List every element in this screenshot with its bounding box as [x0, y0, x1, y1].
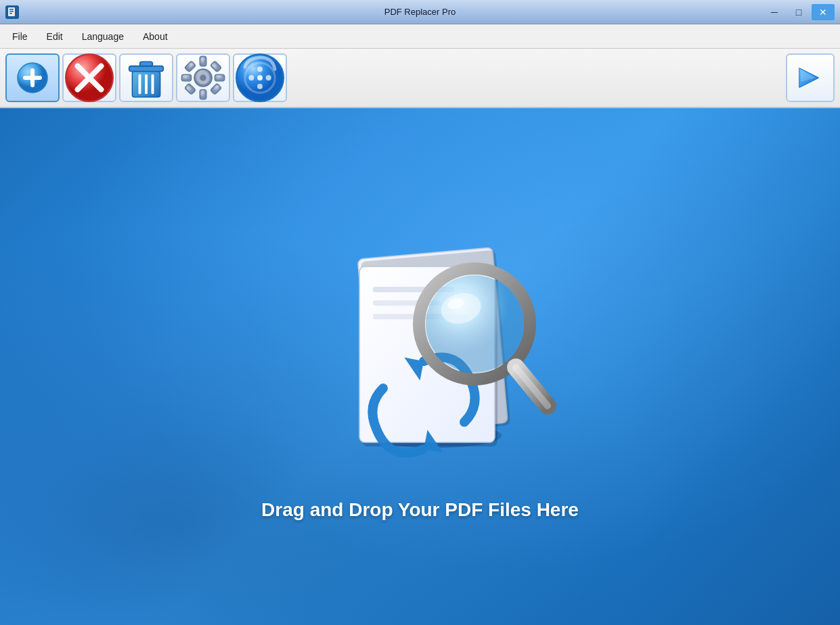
svg-point-31	[266, 75, 271, 80]
menu-language[interactable]: Language	[72, 28, 133, 45]
svg-rect-19	[181, 74, 191, 81]
svg-point-32	[257, 84, 263, 89]
settings-button[interactable]	[176, 53, 230, 102]
drop-text: Drag and Drop Your PDF Files Here	[261, 499, 579, 521]
app-icon	[5, 5, 19, 19]
svg-rect-20	[215, 74, 224, 81]
svg-point-48	[426, 275, 523, 373]
close-button[interactable]: ✕	[812, 4, 835, 20]
svg-rect-1	[9, 9, 14, 10]
drop-icon	[278, 212, 562, 472]
menu-bar: File Edit Language About	[0, 24, 840, 49]
svg-rect-17	[200, 56, 206, 66]
help-button[interactable]	[233, 53, 287, 102]
maximize-button[interactable]: □	[787, 4, 810, 20]
window-controls: ─ □ ✕	[763, 4, 835, 20]
svg-point-26	[200, 74, 206, 81]
title-bar: PDF Replacer Pro ─ □ ✕	[0, 0, 840, 24]
svg-point-29	[248, 75, 254, 80]
drop-area[interactable]: Drag and Drop Your PDF Files Here	[0, 108, 840, 625]
svg-rect-2	[9, 11, 14, 12]
menu-file[interactable]: File	[3, 28, 37, 45]
window-title: PDF Replacer Pro	[384, 7, 456, 17]
svg-rect-21	[185, 61, 196, 72]
menu-edit[interactable]: Edit	[37, 28, 72, 45]
add-button[interactable]	[5, 53, 60, 102]
svg-rect-22	[211, 61, 222, 72]
svg-rect-23	[185, 83, 196, 95]
remove-button[interactable]	[62, 53, 116, 102]
svg-point-33	[257, 75, 263, 80]
minimize-button[interactable]: ─	[763, 4, 786, 20]
title-bar-left	[5, 5, 19, 19]
delete-button[interactable]	[119, 53, 173, 102]
svg-rect-6	[23, 76, 42, 80]
svg-rect-3	[9, 13, 12, 14]
next-button[interactable]	[786, 53, 835, 102]
svg-rect-12	[140, 62, 153, 66]
svg-rect-18	[200, 89, 206, 99]
svg-rect-11	[129, 66, 164, 72]
svg-rect-24	[211, 83, 222, 95]
toolbar	[0, 49, 840, 108]
svg-point-30	[257, 66, 263, 72]
toolbar-left	[5, 53, 287, 102]
menu-about[interactable]: About	[133, 28, 177, 45]
